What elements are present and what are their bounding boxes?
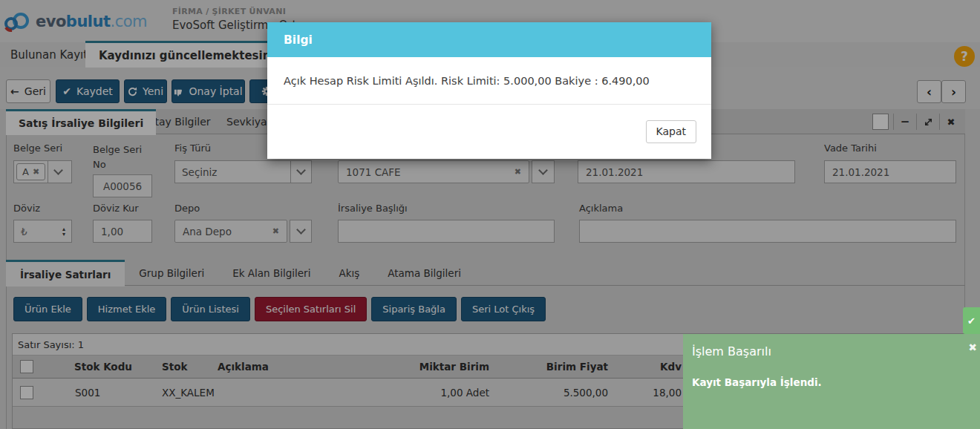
toast-close-icon[interactable]: ✖ — [968, 341, 977, 353]
info-modal: Bilgi Açık Hesap Risk Limiti Aşıldı. Ris… — [267, 22, 711, 159]
toast-message: Kayıt Başarıyla İşlendi. — [692, 376, 822, 388]
modal-close-button[interactable]: Kapat — [646, 120, 696, 143]
check-icon: ✔ — [967, 315, 976, 327]
toast-title: İşlem Başarılı — [692, 344, 771, 358]
app-window: evobulut.com FİRMA / ŞİRKET ÜNVANI EvoSo… — [0, 0, 980, 429]
modal-footer: Kapat — [267, 105, 711, 158]
modal-message: Açık Hesap Risk Limiti Aşıldı. Risk Limi… — [267, 57, 711, 105]
success-side-tab[interactable]: ✔ — [963, 307, 980, 334]
success-toast: İşlem Başarılı Kayıt Başarıyla İşlendi. … — [683, 334, 980, 429]
modal-title: Bilgi — [267, 22, 711, 57]
